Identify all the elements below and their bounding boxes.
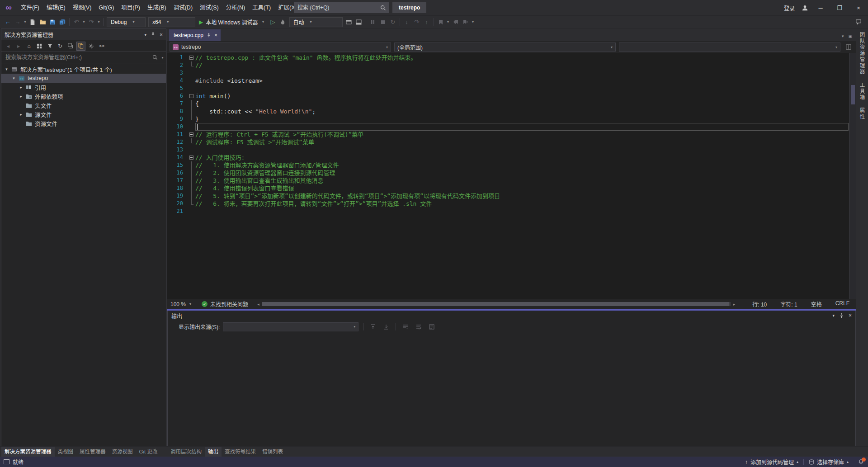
properties-icon[interactable] [87, 42, 96, 51]
goto-next-message-icon[interactable] [381, 322, 391, 332]
next-bookmark-icon[interactable] [461, 17, 471, 28]
save-all-icon[interactable] [57, 17, 67, 28]
tree-arrow-icon[interactable]: ▸ [18, 94, 24, 99]
code-line-12[interactable]: 12// 调试程序: F5 或调试 >“开始调试”菜单 [167, 138, 849, 146]
account-person-icon[interactable] [798, 5, 811, 11]
refresh-icon[interactable]: ↻ [56, 42, 65, 51]
side-dock-tab-0[interactable]: 团队资源管理器 [859, 32, 866, 75]
panel-tab-left-2[interactable]: 属性管理器 [76, 447, 109, 457]
panel-tab-bottom-2[interactable]: 查找符号结果 [222, 447, 259, 457]
search-input[interactable] [294, 5, 377, 11]
code-line-11[interactable]: 11// 运行程序: Ctrl + F5 或调试 >“开始执行(不调试)”菜单 [167, 131, 849, 138]
search-options-dropdown-icon[interactable]: ▾ [161, 56, 166, 60]
tree-item-3[interactable]: ▸外部依赖项 [1, 92, 166, 101]
scroll-left-icon[interactable]: ◂ [255, 302, 262, 307]
code-line-17[interactable]: 17// 3. 使用输出窗口查看生成输出和其他消息 [167, 177, 849, 184]
explorer-forward-icon[interactable]: ▸ [14, 42, 23, 51]
panel-tab-left-4[interactable]: Git 更改 [136, 447, 161, 457]
code-line-20[interactable]: 20// 6. 将来，若要再次打开此项目，请转到“文件”>“打开”>“项目”并选… [167, 200, 849, 208]
tree-arrow-icon[interactable]: ▾ [10, 76, 17, 80]
panel-tab-bottom-3[interactable]: 错误列表 [259, 447, 286, 457]
side-dock-tab-2[interactable]: 属性 [859, 108, 866, 120]
code-line-21[interactable]: 21 [167, 208, 849, 215]
fold-collapse-icon[interactable] [189, 56, 193, 60]
tree-item-4[interactable]: 头文件 [1, 101, 166, 110]
close-button[interactable]: × [849, 0, 868, 15]
undo-icon[interactable]: ↶ [71, 17, 81, 28]
tab-close-icon[interactable]: × [214, 32, 217, 38]
code-line-1[interactable]: 1// testrepo.cpp : 此文件包含 "main" 函数。程序执行将… [167, 54, 849, 61]
show-all-files-icon[interactable] [76, 42, 85, 51]
stop-debugging-icon[interactable] [378, 17, 388, 28]
panel-tab-left-3[interactable]: 资源视图 [109, 447, 136, 457]
close-panel-icon[interactable]: × [849, 312, 852, 319]
notifications-bell[interactable] [854, 457, 868, 467]
pin-icon[interactable] [151, 32, 156, 37]
tree-item-0[interactable]: ▾解决方案"testrepo"(1 个项目/共 1 个) [1, 65, 166, 74]
menu-item-0[interactable]: 文件(F) [17, 0, 43, 15]
step-over-icon[interactable]: ↷ [412, 17, 422, 28]
bookmark-dropdown-icon[interactable]: ▾ [446, 20, 451, 24]
document-tab-testrepo-cpp[interactable]: testrepo.cpp × [169, 29, 221, 41]
filter-icon[interactable] [45, 42, 54, 51]
feedback-icon[interactable] [854, 17, 863, 28]
sign-in-button[interactable]: 登录 [780, 4, 798, 12]
open-file-icon[interactable] [38, 17, 47, 28]
scrollbar-thumb[interactable] [851, 85, 855, 105]
project-dropdown[interactable]: ++ testrepo ▾ [170, 42, 391, 52]
menu-item-9[interactable]: 工具(T) [249, 0, 274, 15]
home-icon[interactable]: ⌂ [24, 42, 33, 51]
solution-explorer-header[interactable]: 解决方案资源管理器 ▾ × [1, 29, 166, 40]
redo-icon[interactable]: ↷ [86, 17, 96, 28]
code-line-10[interactable]: 10 [167, 123, 849, 131]
debug-target-dropdown-icon[interactable]: ▾ [261, 20, 266, 24]
output-source-combo[interactable]: ▾ [223, 322, 359, 331]
scope-dropdown[interactable]: (全局范围) ▾ [394, 42, 616, 52]
navigate-dropdown-icon[interactable]: ▾ [23, 20, 28, 24]
clear-all-icon[interactable] [401, 322, 410, 332]
solution-search-input[interactable] [1, 54, 149, 61]
tree-item-5[interactable]: ▸源文件 [1, 110, 166, 119]
menu-item-5[interactable]: 生成(B) [144, 0, 170, 15]
toggle-bookmark-icon[interactable] [436, 17, 446, 28]
tree-arrow-icon[interactable]: ▾ [3, 67, 10, 71]
undo-dropdown-icon[interactable]: ▾ [81, 20, 86, 24]
tree-item-2[interactable]: ▸引用 [1, 83, 166, 92]
tree-item-1[interactable]: ▾++testrepo [1, 74, 166, 83]
editor-vertical-scrollbar[interactable] [849, 53, 856, 299]
solution-configuration-combo[interactable]: Debug ▾ [107, 17, 146, 27]
new-file-icon[interactable] [28, 17, 38, 28]
panel-tab-left-0[interactable]: 解决方案资源管理器 [1, 447, 55, 457]
panel-tab-bottom-1[interactable]: 输出 [205, 447, 222, 457]
save-icon[interactable] [47, 17, 57, 28]
minimize-button[interactable]: ─ [811, 0, 830, 15]
side-dock-tab-1[interactable]: 工具箱 [859, 82, 866, 101]
attach-to-process-icon[interactable] [344, 17, 354, 28]
code-line-6[interactable]: 6int main() [167, 92, 849, 100]
editor-horizontal-scrollbar[interactable]: ◂ ▸ [255, 299, 737, 309]
quick-search-box[interactable] [294, 2, 389, 13]
indent-mode[interactable]: 空格 [811, 300, 822, 308]
word-wrap-icon[interactable] [414, 322, 424, 332]
step-into-icon[interactable]: ↓ [402, 17, 412, 28]
output-content[interactable] [168, 333, 855, 446]
code-line-2[interactable]: 2// [167, 61, 849, 69]
preview-code-icon[interactable]: <> [97, 42, 106, 51]
eol-mode[interactable]: CRLF [835, 300, 849, 308]
tab-pin-icon[interactable] [207, 33, 211, 38]
code-line-3[interactable]: 3 [167, 69, 849, 77]
menu-item-4[interactable]: 项目(P) [118, 0, 144, 15]
solution-search-box[interactable]: ▾ [1, 52, 166, 63]
switch-views-icon[interactable] [35, 42, 44, 51]
fold-collapse-icon[interactable] [189, 132, 193, 137]
start-without-debugging-icon[interactable]: ▷ [268, 17, 278, 28]
menu-item-7[interactable]: 测试(S) [196, 0, 222, 15]
code-line-16[interactable]: 16// 2. 使用团队资源管理器窗口连接到源代码管理 [167, 169, 849, 177]
show-output-window-icon[interactable] [354, 17, 364, 28]
split-editor-icon[interactable] [844, 44, 854, 50]
navigate-back-icon[interactable]: ← [3, 17, 13, 28]
start-debugging-button[interactable]: ▶ 本地 Windows 调试器 ▾ [197, 18, 268, 26]
search-icon[interactable] [149, 52, 161, 63]
watch-mode-combo[interactable]: 自动 ▾ [289, 17, 343, 27]
menu-item-1[interactable]: 编辑(E) [43, 0, 69, 15]
